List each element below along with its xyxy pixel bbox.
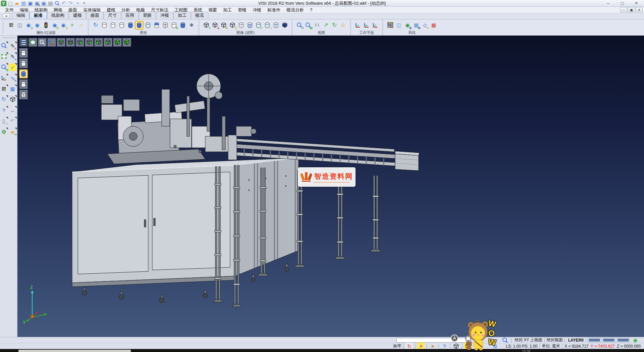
semi-shaded-view-icon[interactable] xyxy=(153,21,160,29)
display-mode-3-icon[interactable] xyxy=(20,70,27,78)
view-iso-cube-button[interactable] xyxy=(113,38,122,47)
selection-box-icon[interactable] xyxy=(0,53,8,60)
tab-dropdown-button[interactable]: ▼ xyxy=(3,13,10,19)
trash-icon[interactable]: ▯✕ xyxy=(0,117,8,125)
update-solid-icon[interactable]: ↻ xyxy=(170,21,178,29)
view-back-cube[interactable] xyxy=(76,39,84,46)
ribbon-tab-1[interactable]: 标准 xyxy=(30,12,47,19)
delete-entity-icon[interactable]: ✎✕ xyxy=(9,42,16,49)
viewport-zoom-icon[interactable] xyxy=(39,39,46,46)
view-mode-label[interactable]: 绝对 XY 上视图 xyxy=(515,337,542,343)
zoom-extents-icon[interactable]: ⇄ xyxy=(305,21,312,29)
close-button[interactable]: ✕ xyxy=(629,0,643,6)
export-icon[interactable]: ▣↑ xyxy=(41,0,47,6)
attributes-books-icon[interactable] xyxy=(0,85,8,92)
child-close-button[interactable]: ✕ xyxy=(636,7,643,12)
rotate-view-icon[interactable]: ↻ xyxy=(331,21,338,29)
zoom-select-icon[interactable] xyxy=(0,42,8,49)
image-properties-icon[interactable]: ◫ xyxy=(395,21,402,29)
undo-step-icon[interactable]: ↶ xyxy=(9,117,16,125)
view-top-cube[interactable] xyxy=(57,39,65,46)
absolute-view-label[interactable]: 绝对视图 xyxy=(547,337,563,343)
display-settings-icon[interactable]: ✱ xyxy=(188,21,195,29)
window-settings-icon[interactable]: ▦✱ xyxy=(413,21,420,29)
display-mode-4-icon[interactable] xyxy=(20,81,27,88)
shaded-render-icon[interactable]: ☺ xyxy=(339,21,347,29)
view-bottom-cube-button[interactable] xyxy=(66,38,75,47)
ribbon-tab-2[interactable]: 线架构 xyxy=(47,12,69,19)
maximize-button[interactable]: ▢ xyxy=(615,0,629,6)
refresh-visibility-icon[interactable]: ◉↻ xyxy=(51,21,58,29)
toggle-visibility-icon[interactable]: ◉± xyxy=(60,21,67,29)
remove-filter-icon[interactable]: − xyxy=(77,21,85,29)
view-right-cube-button[interactable] xyxy=(85,38,94,47)
open-recent-icon[interactable]: ▰↪ xyxy=(9,128,16,135)
ribbon-tab-4[interactable]: 曲面 xyxy=(86,12,104,19)
layer-label[interactable]: LAYER0 xyxy=(568,338,584,343)
attributes-page-icon[interactable]: ◫ xyxy=(16,21,23,29)
a-badge[interactable]: A xyxy=(451,335,458,342)
attribute-paint-icon[interactable] xyxy=(7,21,15,29)
menu-item-18[interactable]: ? xyxy=(307,7,315,13)
view-front-cube-button[interactable] xyxy=(104,38,112,47)
ribbon-tab-8[interactable]: 冲模 xyxy=(156,12,173,19)
solid-preview-icon[interactable] xyxy=(9,96,16,103)
regen-view-icon[interactable]: ↻ xyxy=(92,21,99,29)
menu-item-13[interactable]: 加工 xyxy=(220,7,235,13)
tagged-solid-icon[interactable]: ▪ xyxy=(264,21,271,29)
lock-toggle[interactable]: 拴牢 xyxy=(393,343,401,349)
menu-item-16[interactable]: 标准件 xyxy=(264,7,283,13)
fit-frame-icon[interactable] xyxy=(29,39,37,46)
system-settings-icon[interactable]: ◉✱ xyxy=(404,21,411,29)
viewport-axis-button[interactable] xyxy=(47,38,56,47)
show-entities-icon[interactable]: ◉+ xyxy=(25,21,32,29)
measure-icon[interactable]: ↔┊ xyxy=(9,106,16,114)
display-mode-1-icon[interactable] xyxy=(20,49,27,57)
child-restore-button[interactable]: ▣ xyxy=(628,7,635,12)
dashed-view-icon[interactable] xyxy=(118,21,125,29)
workplane-origin-icon[interactable] xyxy=(354,21,362,29)
view-right-cube[interactable] xyxy=(86,39,93,46)
help-icon[interactable]: ? xyxy=(0,106,8,114)
open-file-icon[interactable]: ▰ xyxy=(14,0,20,6)
shaded-edges-view-icon[interactable] xyxy=(136,21,143,29)
redo-icon[interactable]: ↷ xyxy=(68,0,73,6)
view-left-cube-button[interactable] xyxy=(94,38,103,47)
ribbon-tab-9[interactable]: 加工 xyxy=(173,12,191,19)
mesh-solid-icon[interactable] xyxy=(272,21,280,29)
curve-edit-icon[interactable]: ∿✎ xyxy=(9,74,16,82)
print-icon[interactable]: ▤ xyxy=(48,0,53,6)
solid-box-icon[interactable] xyxy=(281,21,288,29)
hide-entities-icon[interactable]: ◉− xyxy=(34,21,41,29)
mesh-view-icon[interactable] xyxy=(162,21,169,29)
menu-item-17[interactable]: 模流分析 xyxy=(283,7,307,13)
verified-solid-icon[interactable]: ✓ xyxy=(255,21,262,29)
view-left-cube[interactable] xyxy=(95,39,102,46)
units-label[interactable]: 单位: 毫米 xyxy=(542,343,560,349)
display-mode-5-button[interactable] xyxy=(19,90,28,99)
transparent-view-icon[interactable] xyxy=(144,21,152,29)
image-add-icon[interactable]: + xyxy=(203,21,210,29)
color-table-icon[interactable] xyxy=(386,21,394,29)
ribbon-tab-3[interactable]: 建模 xyxy=(69,12,86,19)
image-toggle-icon[interactable]: ± xyxy=(229,21,236,29)
sketch-edit-icon[interactable]: ✎∿ xyxy=(9,53,16,60)
fit-frame-button[interactable] xyxy=(29,38,37,47)
display-mode-1-button[interactable] xyxy=(19,48,28,58)
viewport-menu-icon[interactable] xyxy=(20,39,27,46)
view-back-cube-button[interactable] xyxy=(75,38,84,47)
ribbon-tab-6[interactable]: 应用 xyxy=(121,12,139,19)
grid-view-icon[interactable]: ▦ xyxy=(9,85,16,92)
section-solid-icon[interactable] xyxy=(237,21,245,29)
child-minimize-button[interactable]: ─ xyxy=(620,7,627,12)
viewport-zoom-button[interactable] xyxy=(38,38,47,47)
wireframe-view-icon[interactable] xyxy=(101,21,108,29)
wcs-icon[interactable] xyxy=(0,74,8,82)
zoom-actual-icon[interactable]: 1:1 xyxy=(313,21,321,29)
save-as-icon[interactable]: ▣✎ xyxy=(34,0,40,6)
minimize-button[interactable]: ─ xyxy=(601,0,615,6)
display-mode-2-button[interactable] xyxy=(19,58,28,68)
view-iso-cube[interactable] xyxy=(114,39,121,46)
workplane-view-icon[interactable] xyxy=(372,21,379,29)
viewport-canvas[interactable]: 智造资料网 Z Y xyxy=(17,36,644,337)
